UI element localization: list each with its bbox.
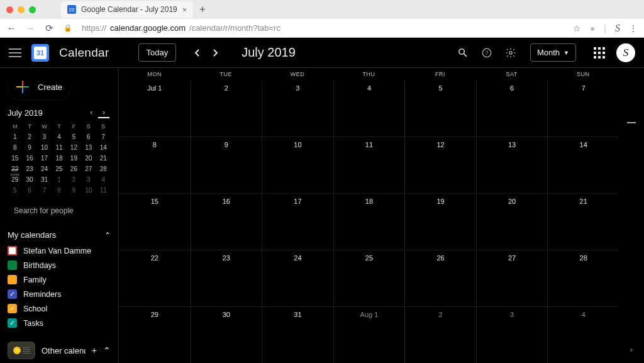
- mini-day[interactable]: 5: [8, 187, 22, 194]
- mini-day[interactable]: 24: [37, 165, 52, 172]
- side-panel-handle[interactable]: [627, 122, 636, 123]
- day-cell[interactable]: 19: [404, 194, 476, 250]
- mini-day[interactable]: 27: [81, 165, 96, 172]
- weather-widget[interactable]: [8, 342, 35, 359]
- calendar-checkbox[interactable]: [8, 275, 17, 284]
- close-window-icon[interactable]: [6, 6, 13, 13]
- calendar-item[interactable]: ✓Reminders: [8, 289, 111, 299]
- next-period-button[interactable]: [208, 45, 223, 60]
- other-calendars-heading[interactable]: Other calendars: [42, 346, 86, 355]
- maximize-window-icon[interactable]: [29, 6, 36, 13]
- mini-day[interactable]: 16: [22, 155, 36, 162]
- calendar-item[interactable]: Stefan Van Damme: [8, 246, 111, 255]
- mini-day[interactable]: 19: [67, 155, 81, 162]
- day-cell[interactable]: 16: [191, 194, 262, 250]
- mini-day[interactable]: 30: [22, 176, 36, 183]
- calendar-checkbox[interactable]: ✓: [8, 289, 17, 299]
- mini-day[interactable]: 9: [67, 187, 81, 194]
- mini-day[interactable]: 18: [52, 155, 66, 162]
- main-menu-icon[interactable]: [9, 48, 21, 57]
- day-cell[interactable]: 28: [547, 250, 619, 306]
- day-cell[interactable]: 20: [476, 194, 548, 250]
- add-calendar-button[interactable]: +: [92, 345, 97, 355]
- day-cell[interactable]: 12: [404, 137, 476, 193]
- day-cell[interactable]: 14: [547, 137, 619, 193]
- day-cell[interactable]: 26: [404, 250, 476, 306]
- day-cell[interactable]: 31: [262, 307, 333, 363]
- mini-day[interactable]: 1: [8, 133, 22, 140]
- mini-day[interactable]: 6: [81, 133, 96, 140]
- mini-day[interactable]: 28: [96, 165, 111, 172]
- mini-day[interactable]: 1: [52, 176, 66, 183]
- window-controls[interactable]: [6, 6, 36, 13]
- mini-day[interactable]: 7: [96, 133, 111, 140]
- day-cell[interactable]: 21: [547, 194, 619, 250]
- mini-day[interactable]: 17: [37, 155, 52, 162]
- calendar-item[interactable]: ✓School: [8, 304, 111, 313]
- day-cell[interactable]: 15: [119, 194, 191, 250]
- search-people-input[interactable]: Search for people: [8, 206, 111, 215]
- create-button[interactable]: Create: [8, 74, 71, 99]
- mini-day[interactable]: 7: [37, 187, 52, 194]
- day-cell[interactable]: 30: [191, 307, 262, 363]
- extension-s-icon[interactable]: S: [615, 23, 620, 34]
- mini-day[interactable]: 4: [52, 133, 66, 140]
- mini-day[interactable]: 3: [81, 176, 96, 183]
- forward-button[interactable]: →: [25, 23, 35, 33]
- settings-icon[interactable]: [504, 46, 518, 60]
- new-tab-button[interactable]: +: [199, 4, 205, 15]
- mini-day[interactable]: 23: [22, 165, 36, 172]
- day-cell[interactable]: 2: [404, 307, 476, 363]
- mini-day[interactable]: 29: [8, 176, 22, 183]
- day-cell[interactable]: 6: [476, 81, 548, 137]
- mini-day[interactable]: 2: [22, 133, 36, 140]
- calendar-checkbox[interactable]: ✓: [8, 318, 17, 328]
- mini-day[interactable]: 20: [81, 155, 96, 162]
- mini-prev-month[interactable]: ‹: [86, 107, 97, 118]
- help-icon[interactable]: ?: [480, 46, 494, 60]
- view-switcher[interactable]: Month ▼: [530, 43, 576, 62]
- browser-tab[interactable]: 22 Google Calendar - July 2019 ×: [61, 1, 193, 18]
- calendar-item[interactable]: ✓Tasks: [8, 318, 111, 328]
- mini-day[interactable]: 8: [52, 187, 66, 194]
- day-cell[interactable]: 25: [333, 250, 405, 306]
- mini-day[interactable]: 5: [67, 133, 81, 140]
- day-cell[interactable]: 8: [119, 137, 191, 193]
- mini-day[interactable]: 4: [96, 176, 111, 183]
- day-cell[interactable]: 23: [191, 250, 262, 306]
- mini-day[interactable]: 21: [96, 155, 111, 162]
- calendar-checkbox[interactable]: [8, 246, 17, 255]
- day-cell[interactable]: 27: [476, 250, 548, 306]
- mini-day[interactable]: 8: [8, 144, 22, 151]
- today-button[interactable]: Today: [138, 43, 177, 62]
- day-cell[interactable]: Aug 1: [333, 307, 405, 363]
- mini-day[interactable]: 13: [81, 144, 96, 151]
- extension-icon[interactable]: ●: [590, 23, 595, 33]
- mini-day[interactable]: 14: [96, 144, 111, 151]
- day-cell[interactable]: 22: [119, 250, 191, 306]
- mini-day[interactable]: 6: [22, 187, 36, 194]
- day-cell[interactable]: 13: [476, 137, 548, 193]
- mini-day[interactable]: 22: [8, 165, 22, 172]
- day-cell[interactable]: 4: [547, 307, 619, 363]
- day-cell[interactable]: 3: [262, 81, 333, 137]
- mini-day[interactable]: 25: [52, 165, 66, 172]
- minimize-window-icon[interactable]: [18, 6, 25, 13]
- day-cell[interactable]: 9: [191, 137, 262, 193]
- browser-menu-icon[interactable]: ⋮: [629, 23, 638, 33]
- mini-calendar[interactable]: MTWTFSS123456789101112131415161718192021…: [8, 123, 111, 194]
- day-cell[interactable]: 29: [119, 307, 191, 363]
- mini-day[interactable]: 3: [37, 133, 52, 140]
- day-cell[interactable]: 5: [404, 81, 476, 137]
- close-tab-icon[interactable]: ×: [182, 5, 187, 14]
- account-avatar[interactable]: S: [616, 43, 635, 62]
- reload-button[interactable]: ⟳: [44, 23, 54, 34]
- mini-day[interactable]: 2: [67, 176, 81, 183]
- day-cell[interactable]: Jul 1: [119, 81, 191, 137]
- calendar-item[interactable]: Birthdays: [8, 260, 111, 270]
- back-button[interactable]: ←: [6, 23, 16, 33]
- bookmark-icon[interactable]: ☆: [573, 23, 581, 33]
- my-calendars-toggle[interactable]: My calendars ⌃: [8, 230, 111, 240]
- day-cell[interactable]: 18: [333, 194, 405, 250]
- day-cell[interactable]: 10: [262, 137, 333, 193]
